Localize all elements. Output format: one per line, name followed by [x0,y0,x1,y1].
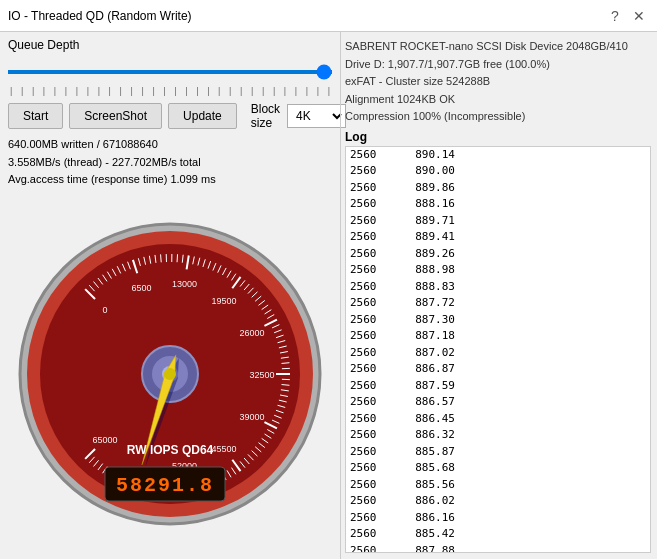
log-row: 2560888.83 [346,279,650,296]
log-row: 2560887.02 [346,345,650,362]
queue-depth-slider[interactable] [8,60,332,80]
log-row: 2560886.16 [346,510,650,527]
left-panel: Queue Depth ||| ||| ||| ||| ||| ||| ||| … [0,32,340,559]
main-content: Queue Depth ||| ||| ||| ||| ||| ||| ||| … [0,32,657,559]
close-button[interactable]: ✕ [629,6,649,26]
log-row: 2560889.26 [346,246,650,263]
log-row: 2560885.56 [346,477,650,494]
log-row: 2560889.86 [346,180,650,197]
log-row: 2560888.98 [346,262,650,279]
stats-line3: Avg.access time (response time) 1.099 ms [8,171,332,189]
device-line2: Drive D: 1,907.7/1,907.7GB free (100.0%) [345,56,651,74]
needle-cap [164,368,176,380]
log-row: 2560886.57 [346,394,650,411]
block-size-group: Block size 4K 512B 1K 2K 8K 16K 32K 64K … [251,102,346,130]
stats-line1: 640.00MB written / 671088640 [8,136,332,154]
gauge-wrapper: 0650013000195002600032500390004550052000… [15,219,325,529]
log-row: 2560886.45 [346,411,650,428]
log-row: 2560886.02 [346,493,650,510]
log-row: 2560887.30 [346,312,650,329]
stats-text: 640.00MB written / 671088640 3.558MB/s (… [8,136,332,189]
log-row: 2560887.88 [346,543,650,553]
gauge-container: 0650013000195002600032500390004550052000… [8,195,332,553]
device-info: SABRENT ROCKET-nano SCSI Disk Device 204… [345,38,651,126]
stats-line2: 3.558MB/s (thread) - 227.702MB/s total [8,154,332,172]
device-line4: Alignment 1024KB OK [345,91,651,109]
log-row: 2560887.18 [346,328,650,345]
gauge-tick-label: 0 [102,305,107,315]
log-row: 2560886.32 [346,427,650,444]
log-row: 2560887.72 [346,295,650,312]
block-size-select[interactable]: 4K 512B 1K 2K 8K 16K 32K 64K 128K [287,104,346,128]
log-container[interactable]: 2560890.142560890.002560889.862560888.16… [345,146,651,553]
log-row: 2560889.71 [346,213,650,230]
help-button[interactable]: ? [605,6,625,26]
gauge-value-display: 58291.8 [116,474,214,497]
gauge-tick-label: 65000 [92,435,117,445]
log-label: Log [345,130,651,144]
gauge-tick-label: 6500 [132,282,152,292]
queue-depth-label: Queue Depth [8,38,332,52]
gauge-label: RW IOPS QD64 [127,443,214,457]
update-button[interactable]: Update [168,103,237,129]
device-line3: exFAT - Cluster size 524288B [345,73,651,91]
log-row: 2560890.00 [346,163,650,180]
log-row: 2560889.41 [346,229,650,246]
gauge-svg: 0650013000195002600032500390004550052000… [15,219,325,529]
title-bar: IO - Threaded QD (Random Write) ? ✕ [0,0,657,32]
start-button[interactable]: Start [8,103,63,129]
log-row: 2560890.14 [346,147,650,164]
log-row: 2560885.87 [346,444,650,461]
queue-slider-input[interactable] [8,70,332,74]
gauge-tick-label: 13000 [172,279,197,289]
gauge-tick-label: 39000 [239,412,264,422]
buttons-row: Start ScreenShot Update Block size 4K 51… [8,102,332,130]
log-row: 2560887.59 [346,378,650,395]
log-row: 2560886.87 [346,361,650,378]
log-row: 2560888.16 [346,196,650,213]
device-line1: SABRENT ROCKET-nano SCSI Disk Device 204… [345,38,651,56]
title-bar-left: IO - Threaded QD (Random Write) [8,9,192,23]
gauge-tick-label: 26000 [239,328,264,338]
gauge-tick-label: 19500 [212,295,237,305]
right-panel: SABRENT ROCKET-nano SCSI Disk Device 204… [340,32,657,559]
log-row: 2560885.42 [346,526,650,543]
gauge-tick [161,254,162,262]
block-size-label: Block size [251,102,281,130]
title-bar-right: ? ✕ [605,6,649,26]
gauge-tick [177,254,178,262]
log-row: 2560885.68 [346,460,650,477]
screenshot-button[interactable]: ScreenShot [69,103,162,129]
gauge-tick-label: 32500 [249,370,274,380]
window-title: IO - Threaded QD (Random Write) [8,9,192,23]
device-line5: Compression 100% (Incompressible) [345,108,651,126]
gauge-tick-label: 45500 [212,444,237,454]
slider-ticks: ||| ||| ||| ||| ||| ||| ||| ||| ||| ||| [8,86,332,96]
